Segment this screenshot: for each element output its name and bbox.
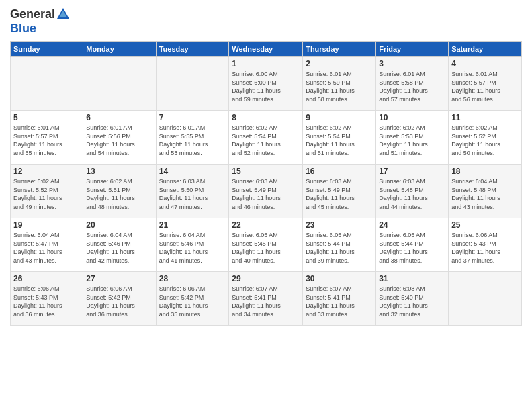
- day-number: 26: [13, 274, 80, 283]
- calendar-cell: 7Sunrise: 6:01 AM Sunset: 5:55 PM Daylig…: [156, 111, 229, 165]
- calendar-cell: 19Sunrise: 6:04 AM Sunset: 5:47 PM Dayli…: [11, 218, 83, 272]
- day-info: Sunrise: 6:02 AM Sunset: 5:53 PM Dayligh…: [379, 124, 445, 157]
- day-info: Sunrise: 6:01 AM Sunset: 5:59 PM Dayligh…: [306, 70, 373, 103]
- day-number: 4: [451, 59, 519, 68]
- calendar-cell: 23Sunrise: 6:05 AM Sunset: 5:44 PM Dayli…: [303, 218, 376, 272]
- calendar-week-row: 19Sunrise: 6:04 AM Sunset: 5:47 PM Dayli…: [11, 218, 522, 272]
- day-info: Sunrise: 6:03 AM Sunset: 5:50 PM Dayligh…: [159, 177, 226, 211]
- day-number: 28: [159, 274, 226, 283]
- day-info: Sunrise: 6:06 AM Sunset: 5:42 PM Dayligh…: [86, 285, 152, 318]
- calendar-cell: 21Sunrise: 6:04 AM Sunset: 5:46 PM Dayli…: [156, 218, 229, 272]
- calendar-cell: [83, 57, 156, 111]
- calendar-cell: 6Sunrise: 6:01 AM Sunset: 5:56 PM Daylig…: [83, 111, 156, 165]
- calendar-cell: 26Sunrise: 6:06 AM Sunset: 5:43 PM Dayli…: [11, 272, 83, 326]
- day-number: 16: [306, 167, 373, 176]
- day-number: 8: [232, 113, 300, 122]
- day-info: Sunrise: 6:06 AM Sunset: 5:42 PM Dayligh…: [159, 285, 226, 318]
- day-info: Sunrise: 6:03 AM Sunset: 5:49 PM Dayligh…: [306, 177, 373, 211]
- day-number: 14: [159, 167, 226, 176]
- day-number: 1: [232, 59, 300, 68]
- day-info: Sunrise: 6:02 AM Sunset: 5:54 PM Dayligh…: [232, 124, 300, 157]
- calendar-cell: 2Sunrise: 6:01 AM Sunset: 5:59 PM Daylig…: [303, 57, 376, 111]
- day-info: Sunrise: 6:07 AM Sunset: 5:41 PM Dayligh…: [232, 285, 300, 318]
- day-number: 11: [451, 113, 519, 122]
- day-info: Sunrise: 6:05 AM Sunset: 5:44 PM Dayligh…: [306, 231, 373, 265]
- calendar-table: SundayMondayTuesdayWednesdayThursdayFrid…: [10, 41, 522, 326]
- day-number: 17: [379, 167, 445, 176]
- day-info: Sunrise: 6:01 AM Sunset: 5:56 PM Dayligh…: [86, 124, 152, 157]
- day-info: Sunrise: 6:02 AM Sunset: 5:52 PM Dayligh…: [13, 177, 80, 211]
- day-info: Sunrise: 6:04 AM Sunset: 5:48 PM Dayligh…: [451, 177, 519, 211]
- day-number: 24: [379, 220, 445, 230]
- calendar-cell: [156, 57, 229, 111]
- calendar-cell: 3Sunrise: 6:01 AM Sunset: 5:58 PM Daylig…: [376, 57, 449, 111]
- page-header: General Blue: [10, 7, 522, 36]
- day-number: 18: [451, 167, 519, 176]
- logo-icon: [56, 7, 71, 21]
- day-number: 10: [379, 113, 445, 122]
- calendar-cell: [11, 57, 83, 111]
- calendar-cell: 30Sunrise: 6:07 AM Sunset: 5:41 PM Dayli…: [303, 272, 376, 326]
- day-number: 19: [13, 220, 80, 230]
- day-number: 21: [159, 220, 226, 230]
- logo-blue-text: Blue: [10, 21, 36, 35]
- calendar-cell: 22Sunrise: 6:05 AM Sunset: 5:45 PM Dayli…: [229, 218, 303, 272]
- day-info: Sunrise: 6:01 AM Sunset: 5:57 PM Dayligh…: [13, 124, 80, 157]
- calendar-cell: 29Sunrise: 6:07 AM Sunset: 5:41 PM Dayli…: [229, 272, 303, 326]
- day-info: Sunrise: 6:04 AM Sunset: 5:47 PM Dayligh…: [13, 231, 80, 265]
- day-info: Sunrise: 6:06 AM Sunset: 5:43 PM Dayligh…: [13, 285, 80, 318]
- day-info: Sunrise: 6:02 AM Sunset: 5:52 PM Dayligh…: [451, 124, 519, 157]
- day-number: 7: [159, 113, 226, 122]
- weekday-header-row: SundayMondayTuesdayWednesdayThursdayFrid…: [11, 42, 522, 57]
- calendar-cell: 10Sunrise: 6:02 AM Sunset: 5:53 PM Dayli…: [376, 111, 449, 165]
- day-number: 3: [379, 59, 445, 68]
- day-number: 2: [306, 59, 373, 68]
- calendar-cell: 28Sunrise: 6:06 AM Sunset: 5:42 PM Dayli…: [156, 272, 229, 326]
- day-number: 31: [379, 274, 445, 283]
- day-number: 13: [86, 167, 152, 176]
- weekday-header-wednesday: Wednesday: [229, 42, 303, 57]
- calendar-week-row: 5Sunrise: 6:01 AM Sunset: 5:57 PM Daylig…: [11, 111, 522, 165]
- day-number: 6: [86, 113, 152, 122]
- calendar-cell: 16Sunrise: 6:03 AM Sunset: 5:49 PM Dayli…: [303, 165, 376, 218]
- day-info: Sunrise: 6:01 AM Sunset: 5:58 PM Dayligh…: [379, 70, 445, 103]
- calendar-week-row: 12Sunrise: 6:02 AM Sunset: 5:52 PM Dayli…: [11, 165, 522, 218]
- calendar-body: 1Sunrise: 6:00 AM Sunset: 6:00 PM Daylig…: [11, 57, 522, 326]
- day-number: 12: [13, 167, 80, 176]
- weekday-header-tuesday: Tuesday: [156, 42, 229, 57]
- day-number: 22: [232, 220, 300, 230]
- day-info: Sunrise: 6:05 AM Sunset: 5:44 PM Dayligh…: [379, 231, 445, 265]
- calendar-cell: 13Sunrise: 6:02 AM Sunset: 5:51 PM Dayli…: [83, 165, 156, 218]
- calendar-cell: 31Sunrise: 6:08 AM Sunset: 5:40 PM Dayli…: [376, 272, 449, 326]
- calendar-cell: 4Sunrise: 6:01 AM Sunset: 5:57 PM Daylig…: [449, 57, 522, 111]
- weekday-header-sunday: Sunday: [11, 42, 83, 57]
- weekday-header-thursday: Thursday: [303, 42, 376, 57]
- day-number: 30: [306, 274, 373, 283]
- day-number: 15: [232, 167, 300, 176]
- day-number: 23: [306, 220, 373, 230]
- day-info: Sunrise: 6:07 AM Sunset: 5:41 PM Dayligh…: [306, 285, 373, 318]
- day-number: 9: [306, 113, 373, 122]
- day-info: Sunrise: 6:02 AM Sunset: 5:51 PM Dayligh…: [86, 177, 152, 211]
- day-info: Sunrise: 6:01 AM Sunset: 5:55 PM Dayligh…: [159, 124, 226, 157]
- day-info: Sunrise: 6:04 AM Sunset: 5:46 PM Dayligh…: [159, 231, 226, 265]
- calendar-cell: 12Sunrise: 6:02 AM Sunset: 5:52 PM Dayli…: [11, 165, 83, 218]
- day-number: 5: [13, 113, 80, 122]
- logo: General Blue: [10, 7, 71, 36]
- calendar-cell: 20Sunrise: 6:04 AM Sunset: 5:46 PM Dayli…: [83, 218, 156, 272]
- calendar-cell: 17Sunrise: 6:03 AM Sunset: 5:48 PM Dayli…: [376, 165, 449, 218]
- calendar-week-row: 26Sunrise: 6:06 AM Sunset: 5:43 PM Dayli…: [11, 272, 522, 326]
- day-number: 25: [451, 220, 519, 230]
- page-container: General Blue SundayMondayTuesdayWednesda…: [0, 0, 532, 411]
- calendar-cell: 9Sunrise: 6:02 AM Sunset: 5:54 PM Daylig…: [303, 111, 376, 165]
- day-info: Sunrise: 6:01 AM Sunset: 5:57 PM Dayligh…: [451, 70, 519, 103]
- day-info: Sunrise: 6:00 AM Sunset: 6:00 PM Dayligh…: [232, 70, 300, 103]
- calendar-cell: 24Sunrise: 6:05 AM Sunset: 5:44 PM Dayli…: [376, 218, 449, 272]
- calendar-cell: 25Sunrise: 6:06 AM Sunset: 5:43 PM Dayli…: [449, 218, 522, 272]
- calendar-cell: 5Sunrise: 6:01 AM Sunset: 5:57 PM Daylig…: [11, 111, 83, 165]
- calendar-cell: 14Sunrise: 6:03 AM Sunset: 5:50 PM Dayli…: [156, 165, 229, 218]
- calendar-cell: 15Sunrise: 6:03 AM Sunset: 5:49 PM Dayli…: [229, 165, 303, 218]
- weekday-header-saturday: Saturday: [449, 42, 522, 57]
- calendar-cell: [449, 272, 522, 326]
- calendar-cell: 27Sunrise: 6:06 AM Sunset: 5:42 PM Dayli…: [83, 272, 156, 326]
